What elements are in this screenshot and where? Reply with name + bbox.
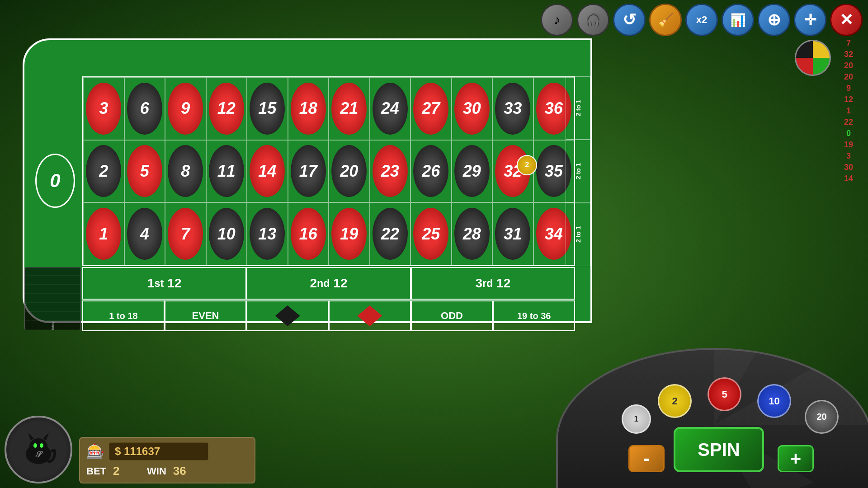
cell-5[interactable]: 5 bbox=[124, 140, 165, 203]
win-value: 36 bbox=[173, 464, 186, 478]
cell-32[interactable]: 32 2 bbox=[492, 140, 533, 203]
close-button[interactable]: ✕ bbox=[830, 4, 863, 36]
bet-red[interactable] bbox=[329, 300, 411, 331]
rp-num-9: 9 bbox=[846, 84, 851, 93]
cell-29[interactable]: 29 bbox=[452, 140, 493, 203]
bet-label: BET bbox=[86, 465, 106, 477]
stats-icon: 📊 bbox=[730, 13, 746, 28]
headphones-button[interactable]: 🎧 bbox=[577, 4, 609, 36]
num-oval-9: 9 bbox=[168, 83, 203, 135]
num-oval-23: 23 bbox=[373, 145, 408, 197]
cell-25[interactable]: 25 bbox=[410, 202, 452, 265]
bet-1to18[interactable]: 1 to 18 bbox=[82, 300, 165, 331]
minus-button[interactable]: - bbox=[628, 445, 665, 472]
chip-1-selector[interactable]: 1 bbox=[622, 404, 651, 434]
cell-12[interactable]: 12 bbox=[206, 77, 247, 140]
cell-14[interactable]: 14 bbox=[247, 140, 288, 203]
cell-2[interactable]: 2 bbox=[83, 140, 124, 203]
num-oval-1: 1 bbox=[86, 208, 121, 260]
zero-cell[interactable]: 0 bbox=[33, 117, 78, 244]
cell-10[interactable]: 10 bbox=[206, 202, 247, 265]
undo-icon: ↺ bbox=[623, 10, 636, 29]
history-display: History bbox=[25, 267, 80, 330]
two-to-one-mid[interactable]: 2 to 1 bbox=[566, 140, 590, 203]
cell-11[interactable]: 11 bbox=[206, 140, 247, 203]
spin-area: 1 2 5 10 20 SPIN - + bbox=[506, 352, 868, 488]
toolbar: ♪ 🎧 ↺ 🧹 x2 📊 ⊕ ✛ ✕ bbox=[535, 0, 868, 40]
bet-black[interactable] bbox=[246, 300, 329, 331]
spin-button[interactable]: SPIN bbox=[674, 427, 764, 472]
num-oval-3: 3 bbox=[86, 83, 121, 135]
rp-num-20: 20 bbox=[844, 61, 853, 70]
music-icon: ♪ bbox=[554, 12, 561, 28]
cell-21[interactable]: 21 bbox=[329, 77, 370, 140]
cell-30[interactable]: 30 bbox=[452, 77, 493, 140]
undo-button[interactable]: ↺ bbox=[613, 4, 646, 36]
right-number-panel: 7 32 20 20 9 12 1 22 0 19 3 30 14 bbox=[833, 38, 864, 183]
x2-icon: x2 bbox=[696, 14, 707, 26]
num-oval-29: 29 bbox=[454, 145, 490, 197]
two-to-one-top[interactable]: 2 to 1 bbox=[566, 76, 590, 140]
balance-row: 🎰 $ 111637 bbox=[86, 442, 248, 460]
zoom-icon: ⊕ bbox=[767, 10, 781, 29]
cell-27[interactable]: 27 bbox=[410, 77, 452, 140]
bet-even[interactable]: EVEN bbox=[165, 300, 247, 331]
cell-20[interactable]: 20 bbox=[329, 140, 370, 203]
cell-19[interactable]: 19 bbox=[329, 202, 370, 265]
bet-odd[interactable]: ODD bbox=[411, 300, 493, 331]
num-oval-27: 27 bbox=[413, 83, 448, 135]
num-oval-22: 22 bbox=[373, 208, 408, 260]
music-button[interactable]: ♪ bbox=[541, 4, 573, 36]
dozen-1st[interactable]: 1st 12 bbox=[82, 267, 246, 300]
rp-num-22: 22 bbox=[844, 117, 853, 127]
cell-22[interactable]: 22 bbox=[370, 202, 411, 265]
svg-point-4 bbox=[33, 443, 37, 448]
x2-button[interactable]: x2 bbox=[685, 4, 718, 36]
cat-logo-icon: 𝒮 bbox=[18, 429, 59, 470]
plus-button[interactable]: + bbox=[778, 445, 814, 472]
cell-17[interactable]: 17 bbox=[288, 140, 329, 203]
dozen-2nd[interactable]: 2nd 12 bbox=[246, 267, 410, 300]
cell-6[interactable]: 6 bbox=[124, 77, 165, 140]
cell-24[interactable]: 24 bbox=[370, 77, 411, 140]
chip-2-selector[interactable]: 2 bbox=[658, 384, 692, 418]
svg-point-5 bbox=[40, 443, 43, 448]
cell-3[interactable]: 3 bbox=[83, 77, 124, 140]
chip-history-sidebar: History bbox=[24, 267, 81, 330]
cell-9[interactable]: 9 bbox=[165, 77, 206, 140]
cell-7[interactable]: 7 bbox=[165, 202, 206, 265]
cell-28[interactable]: 28 bbox=[452, 202, 493, 265]
cell-33[interactable]: 33 bbox=[492, 77, 533, 140]
num-oval-17: 17 bbox=[291, 145, 326, 197]
cell-31[interactable]: 31 bbox=[492, 202, 533, 265]
cell-1[interactable]: 1 bbox=[83, 202, 124, 265]
two-to-one-column: 2 to 1 2 to 1 2 to 1 bbox=[566, 76, 590, 266]
two-to-one-bot[interactable]: 2 to 1 bbox=[566, 203, 590, 266]
clear-button[interactable]: 🧹 bbox=[649, 4, 682, 36]
cell-26[interactable]: 26 bbox=[410, 140, 452, 203]
chip-5-selector[interactable]: 5 bbox=[708, 377, 741, 411]
balance-display: $ 111637 bbox=[109, 442, 208, 460]
num-oval-8: 8 bbox=[168, 145, 203, 197]
rp-num-32: 32 bbox=[844, 50, 853, 59]
chip-20-selector[interactable]: 20 bbox=[805, 400, 839, 434]
chip-10-selector[interactable]: 10 bbox=[757, 384, 791, 418]
stats-button[interactable]: 📊 bbox=[722, 4, 754, 36]
num-oval-12: 12 bbox=[209, 83, 244, 135]
cell-16[interactable]: 16 bbox=[288, 202, 329, 265]
cell-23[interactable]: 23 bbox=[370, 140, 411, 203]
bet-19to36[interactable]: 19 to 36 bbox=[493, 300, 575, 331]
num-oval-21: 21 bbox=[331, 83, 367, 135]
cell-13[interactable]: 13 bbox=[247, 202, 288, 265]
cell-15[interactable]: 15 bbox=[247, 77, 288, 140]
cell-18[interactable]: 18 bbox=[288, 77, 329, 140]
num-oval-20: 20 bbox=[331, 145, 367, 197]
cell-4[interactable]: 4 bbox=[124, 202, 165, 265]
num-oval-18: 18 bbox=[291, 83, 326, 135]
rp-num-3: 3 bbox=[846, 151, 851, 161]
cell-8[interactable]: 8 bbox=[165, 140, 206, 203]
dozen-3rd[interactable]: 3rd 12 bbox=[411, 267, 575, 300]
zoom-button[interactable]: ⊕ bbox=[758, 4, 790, 36]
move-button[interactable]: ✛ bbox=[794, 4, 826, 36]
move-icon: ✛ bbox=[804, 11, 816, 28]
